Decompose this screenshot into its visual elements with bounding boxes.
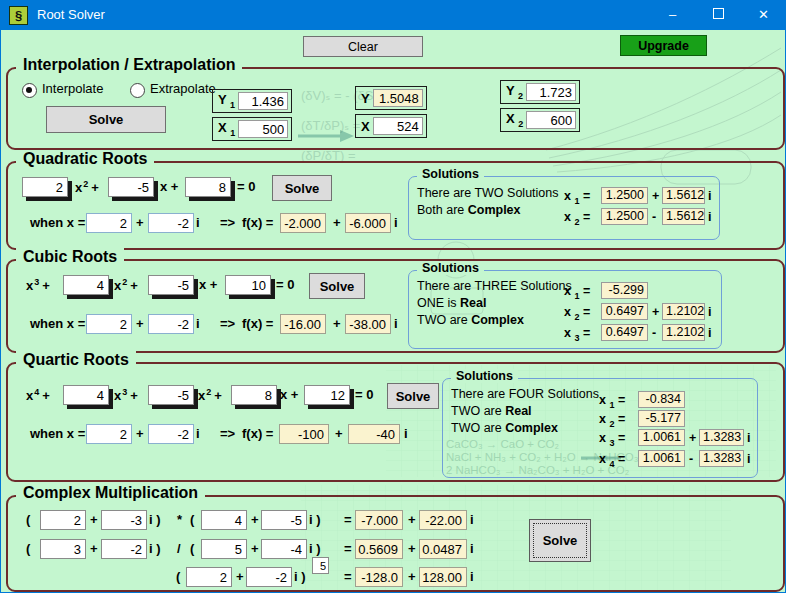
quad-fx-i: i — [394, 215, 398, 230]
cm2-res-re-value: 0.5609 — [355, 539, 403, 559]
cm1-a-im-input[interactable] — [101, 510, 147, 530]
cm1-a-re-input[interactable] — [40, 510, 86, 530]
cm1-op: * — [177, 512, 182, 527]
cm2-b-re-input[interactable] — [201, 539, 247, 559]
cubic-when-i: i — [196, 316, 200, 331]
cubic-a-input[interactable] — [63, 275, 109, 295]
cm2-b-im-input[interactable] — [261, 539, 307, 559]
quad-x2-op: - — [652, 210, 656, 224]
quad-b-input[interactable] — [108, 177, 154, 197]
cm1-res-re-value: -7.000 — [355, 510, 403, 530]
quartic-solve-button[interactable]: Solve — [387, 383, 439, 409]
cm1-res-i: i — [470, 512, 474, 527]
quartic-c-input[interactable] — [231, 385, 277, 405]
close-button[interactable]: ✕ — [741, 0, 786, 30]
quad-when-im-input[interactable] — [148, 213, 194, 233]
cm1-plus1: + — [90, 512, 98, 527]
cm1-b-im-input[interactable] — [261, 510, 307, 530]
quad-a-input[interactable] — [22, 177, 68, 197]
quartic-equals-zero: = 0 — [355, 387, 373, 402]
quad-solutions-line2: Both are Complex — [417, 203, 521, 217]
y2-input[interactable] — [526, 83, 576, 101]
cubic-x2-op: + — [652, 305, 659, 319]
x2-input[interactable] — [526, 111, 576, 129]
cm3-exponent-input[interactable] — [312, 557, 329, 574]
quartic-a-input[interactable] — [63, 385, 109, 405]
cubic-solve-button[interactable]: Solve — [309, 273, 365, 299]
y1-input[interactable] — [238, 92, 288, 110]
quartic-when-re-input[interactable] — [86, 424, 132, 444]
quartic-fx-label: f(x) = — [242, 426, 273, 441]
cm1-b-re-input[interactable] — [201, 510, 247, 530]
quad-fx-re-value: -2.000 — [280, 213, 326, 233]
section-quartic-roots: Quartic Roots x4+ x3+ x2+ x + = 0 Solve … — [6, 362, 785, 482]
cm3-a-im-input[interactable] — [246, 567, 292, 587]
quartic-when-plus: + — [136, 426, 144, 441]
quartic-x2-term: x2+ — [198, 387, 222, 403]
quartic-when-im-input[interactable] — [148, 424, 194, 444]
window-title: Root Solver — [37, 7, 105, 22]
extrapolate-radio-label: Extrapolate — [150, 81, 216, 96]
clear-button[interactable]: Clear — [303, 36, 423, 57]
cm2-a-re-input[interactable] — [40, 539, 86, 559]
quartic-solutions-line1: There are FOUR Solutions — [451, 387, 599, 401]
root-solver-window: (δV)ₛ = - (δS)ᵥ (δT/δP)ₛ = (δP/δT) = CaC… — [0, 0, 786, 593]
quartic-x3-re-value: 1.0061 — [638, 429, 685, 446]
section-interpolation: Interpolation / Extrapolation Interpolat… — [6, 67, 785, 150]
quartic-x4-im-value: 1.3283 — [699, 450, 744, 467]
cm1-plus2: + — [251, 512, 259, 527]
upgrade-button[interactable]: Upgrade — [620, 35, 707, 56]
quartic-b-input[interactable] — [148, 385, 194, 405]
quad-when-re-input[interactable] — [86, 213, 132, 233]
cubic-when-im-input[interactable] — [148, 314, 194, 334]
cubic-solutions-box: Solutions There are THREE Solutions ONE … — [408, 270, 722, 349]
quad-arrow: => — [220, 215, 235, 230]
cm3-plus: + — [236, 569, 244, 584]
cubic-when-re-input[interactable] — [86, 314, 132, 334]
interpolate-radio[interactable] — [22, 83, 37, 98]
y-label: Y — [361, 91, 370, 106]
cubic-solutions-title: Solutions — [417, 261, 484, 275]
titlebar: § Root Solver – ✕ — [0, 0, 786, 30]
section-complex-multiplication: Complex Multiplication ( + i ) * ( + i )… — [6, 495, 785, 592]
cubic-arrow: => — [220, 316, 235, 331]
quartic-x4-op: - — [689, 452, 693, 466]
quartic-solutions-box: Solutions There are FOUR Solutions TWO a… — [442, 378, 758, 478]
quad-x1-label: x 1 = — [564, 189, 590, 206]
quartic-fx-im-value: -40 — [348, 424, 400, 444]
section-quadratic-roots: Quadratic Roots x2+ x + = 0 Solve when x… — [6, 161, 785, 250]
cubic-c-input[interactable] — [225, 275, 271, 295]
maximize-button[interactable] — [696, 0, 741, 30]
quad-equals-zero: = 0 — [237, 179, 255, 194]
cm2-a-im-input[interactable] — [101, 539, 147, 559]
cubic-b-input[interactable] — [148, 275, 194, 295]
y1-label: Y 1 — [218, 92, 235, 110]
cubic-x1-label: x 1 = — [564, 284, 590, 301]
cubic-x2-label: x 2 = — [564, 305, 590, 322]
quartic-when-i: i — [196, 426, 200, 441]
quad-solve-button[interactable]: Solve — [272, 175, 332, 201]
cm2-open2: ( — [190, 541, 194, 556]
cm2-iclose2: i ) — [309, 541, 321, 556]
cm3-iclose: i ) — [294, 569, 306, 584]
quad-solutions-line1: There are TWO Solutions — [417, 186, 559, 200]
minimize-button[interactable]: – — [650, 0, 695, 30]
quad-c-input[interactable] — [185, 177, 231, 197]
interp-solve-button[interactable]: Solve — [46, 106, 166, 133]
x-input[interactable] — [373, 117, 423, 135]
quartic-x2-re-value: -5.177 — [638, 410, 685, 427]
quad-solutions-title: Solutions — [417, 167, 484, 181]
cubic-x3-im-value: 1.2102 — [662, 324, 705, 341]
maximize-icon — [713, 8, 724, 19]
cubic-x3-label: x 3 = — [564, 326, 590, 343]
y2-label: Y 2 — [506, 83, 523, 101]
complex-solve-button[interactable]: Solve — [529, 519, 591, 562]
quartic-x4-term: x4+ — [26, 387, 50, 403]
extrapolate-radio[interactable] — [130, 83, 145, 98]
quartic-x3-label: x 3 = — [599, 431, 625, 448]
quartic-x4-re-value: 1.0061 — [638, 450, 685, 467]
quartic-d-input[interactable] — [304, 385, 350, 405]
cubic-x3-re-value: 0.6497 — [601, 324, 648, 341]
cm3-a-re-input[interactable] — [186, 567, 232, 587]
x1-input[interactable] — [238, 120, 288, 138]
